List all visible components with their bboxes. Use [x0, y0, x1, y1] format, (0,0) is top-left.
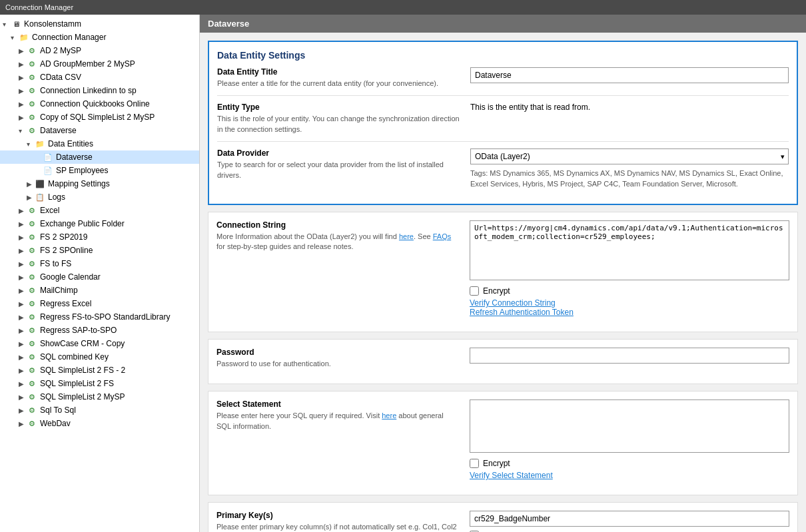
- sidebar-item-exchange[interactable]: ▶ ⚙ Exchange Public Folder: [0, 217, 199, 230]
- item-label: CData CSV: [40, 73, 81, 82]
- connection-string-input-col: Url=https://myorg|cm4.dynamics.com/api/d…: [470, 220, 789, 317]
- connection-string-link-faqs[interactable]: FAQs: [433, 232, 452, 240]
- sidebar-item-regresssaptospo[interactable]: ▶ ⚙ Regress SAP-to-SPO: [0, 324, 199, 337]
- item-label: Dataverse: [40, 126, 77, 135]
- data-provider-select[interactable]: OData (Layer2): [470, 148, 789, 164]
- data-entity-settings-section: Data Entity Settings Data Entity Title P…: [208, 41, 798, 205]
- primary-keys-label-col: Primary Key(s) Please enter primary key …: [216, 511, 470, 532]
- verify-connection-string-link[interactable]: Verify Connection String: [470, 298, 556, 308]
- expand-icon: ▶: [19, 61, 27, 68]
- sidebar-item-data-entities[interactable]: ▾ 📁 Data Entities: [0, 137, 199, 150]
- gear-icon: ⚙: [27, 45, 37, 56]
- expand-icon: ▾: [3, 21, 11, 28]
- entity-type-row: Entity Type This is the role of your ent…: [217, 103, 789, 142]
- sidebar-item-dataverse-entity[interactable]: 📄 Dataverse: [0, 150, 199, 164]
- item-label: Logs: [48, 192, 65, 202]
- select-statement-textarea[interactable]: [470, 399, 789, 453]
- expand-icon: ▶: [19, 394, 27, 401]
- expand-icon: ▶: [19, 287, 27, 294]
- connection-string-encrypt-row: Encrypt: [470, 286, 789, 296]
- item-label: SP Employees: [56, 166, 109, 175]
- sidebar-item-mappingsettings[interactable]: ▶ ⬛ Mapping Settings: [0, 177, 199, 190]
- sidebar-item-sqlsimplelist2fs2[interactable]: ▶ ⚙ SQL SimpleList 2 FS - 2: [0, 364, 199, 377]
- refresh-authentication-token-link[interactable]: Refresh Authentication Token: [470, 308, 574, 317]
- sidebar-item-sqlsimplelist2fs[interactable]: ▶ ⚙ SQL SimpleList 2 FS: [0, 377, 199, 390]
- gear-icon: ⚙: [27, 218, 37, 229]
- sidebar-item-regressexcel[interactable]: ▶ ⚙ Regress Excel: [0, 297, 199, 310]
- sidebar-item-copysql[interactable]: ▶ ⚙ Copy of SQL SimpleList 2 MySP: [0, 111, 199, 124]
- primary-keys-input-col: Encrypt Verify Primary Key: [470, 511, 789, 532]
- gear-icon: ⚙: [27, 365, 37, 376]
- primary-keys-input[interactable]: [470, 511, 789, 527]
- sidebar-item-dataverse[interactable]: ▾ ⚙ Dataverse: [0, 124, 199, 137]
- select-statement-link-here[interactable]: here: [382, 411, 396, 419]
- connection-string-row: Connection String More Information about…: [216, 220, 789, 324]
- item-label: Dataverse: [56, 152, 93, 162]
- connection-string-section: Connection String More Information about…: [208, 212, 798, 332]
- primary-keys-section: Primary Key(s) Please enter primary key …: [208, 502, 798, 532]
- sidebar-item-googlecalendar[interactable]: ▶ ⚙ Google Calendar: [0, 270, 199, 284]
- panel-header: Dataverse: [200, 15, 806, 33]
- data-entity-title-input-col: [470, 67, 789, 83]
- sidebar-item-fs2sp2019[interactable]: ▶ ⚙ FS 2 SP2019: [0, 230, 199, 244]
- sidebar-item-ad2mysp[interactable]: ▶ ⚙ AD 2 MySP: [0, 44, 199, 57]
- sidebar-item-logs[interactable]: ▶ 📋 Logs: [0, 190, 199, 204]
- sidebar-item-sqlsimplelist2mysp[interactable]: ▶ ⚙ SQL SimpleList 2 MySP: [0, 390, 199, 403]
- connection-string-textarea[interactable]: Url=https://myorg|cm4.dynamics.com/api/d…: [470, 220, 789, 280]
- gear-icon: ⚙: [27, 378, 37, 389]
- data-provider-label: Data Provider: [217, 148, 460, 158]
- expand-icon: ▶: [19, 340, 27, 348]
- data-entity-title-label: Data Entity Title: [217, 67, 460, 77]
- expand-icon: ▶: [19, 247, 27, 254]
- gear-icon: ⚙: [27, 418, 37, 429]
- expand-icon: ▶: [19, 420, 27, 427]
- gear-icon: ⚙: [27, 392, 37, 402]
- sidebar-item-fs2sponline[interactable]: ▶ ⚙ FS 2 SPOnline: [0, 244, 199, 257]
- select-statement-input-col: Encrypt Verify Select Statement: [470, 399, 789, 480]
- sidebar-item-sqltosql[interactable]: ▶ ⚙ Sql To Sql: [0, 403, 199, 417]
- expand-icon: ▶: [27, 194, 35, 201]
- map-icon: ⬛: [35, 178, 45, 189]
- sidebar-item-linkedin[interactable]: ▶ ⚙ Connection Linkedinn to sp: [0, 84, 199, 97]
- primary-keys-label: Primary Key(s): [216, 511, 459, 520]
- select-statement-row: Select Statement Please enter here your …: [216, 399, 789, 487]
- connection-string-encrypt-checkbox[interactable]: [470, 286, 479, 296]
- verify-select-statement-link[interactable]: Verify Select Statement: [470, 471, 553, 480]
- sidebar-item-mailchimp[interactable]: ▶ ⚙ MailChimp: [0, 284, 199, 297]
- select-statement-encrypt-row: Encrypt: [470, 459, 789, 468]
- password-label-col: Password Password to use for authenticat…: [216, 348, 470, 369]
- root-label: Konsolenstamm: [24, 19, 81, 29]
- sidebar-item-regressfstospo[interactable]: ▶ ⚙ Regress FS-to-SPO StandardLibrary: [0, 310, 199, 324]
- expand-icon: ▶: [19, 74, 27, 81]
- item-label: Sql To Sql: [40, 405, 76, 415]
- sidebar-item-fstofs[interactable]: ▶ ⚙ FS to FS: [0, 257, 199, 270]
- password-input[interactable]: [470, 348, 789, 364]
- folder-icon: 📁: [35, 138, 45, 149]
- expand-icon: ▶: [19, 87, 27, 95]
- connection-string-link-here[interactable]: here: [399, 232, 414, 240]
- data-entity-title-desc: Please enter a title for the current dat…: [217, 79, 460, 89]
- expand-icon: ▶: [19, 274, 27, 281]
- gear-icon: ⚙: [27, 245, 37, 256]
- sidebar-item-quickbooks[interactable]: ▶ ⚙ Connection Quickbooks Online: [0, 97, 199, 111]
- sidebar-item-cdatacsv[interactable]: ▶ ⚙ CData CSV: [0, 71, 199, 84]
- item-label: Copy of SQL SimpleList 2 MySP: [40, 113, 155, 122]
- sidebar-item-spemployees[interactable]: 📄 SP Employees: [0, 164, 199, 177]
- sidebar-item-root[interactable]: ▾ 🖥 Konsolenstamm: [0, 17, 199, 31]
- gear-icon: ⚙: [27, 352, 37, 362]
- entity-type-value-col: This is the entity that is read from.: [470, 103, 789, 112]
- sidebar-item-excel[interactable]: ▶ ⚙ Excel: [0, 204, 199, 217]
- select-statement-encrypt-checkbox[interactable]: [470, 459, 479, 468]
- data-entity-title-input[interactable]: [470, 67, 789, 83]
- primary-keys-desc: Please enter primary key column(s) if no…: [216, 522, 459, 532]
- sidebar-item-webdav[interactable]: ▶ ⚙ WebDav: [0, 417, 199, 430]
- top-bar-title: Connection Manager: [5, 3, 73, 11]
- gear-icon: ⚙: [27, 59, 37, 69]
- sidebar-item-connection-manager[interactable]: ▾ 📁 Connection Manager: [0, 31, 199, 44]
- sidebar-item-showcasecrm[interactable]: ▶ ⚙ ShowCase CRM - Copy: [0, 337, 199, 350]
- entity-type-value: This is the entity that is read from.: [470, 103, 789, 112]
- sidebar-item-adgroupmember[interactable]: ▶ ⚙ AD GroupMember 2 MySP: [0, 57, 199, 71]
- sidebar-item-sqlcombinedkey[interactable]: ▶ ⚙ SQL combined Key: [0, 350, 199, 364]
- gear-icon: ⚙: [27, 125, 37, 136]
- data-provider-tags: Tags: MS Dynamics 365, MS Dynamics AX, M…: [470, 168, 789, 189]
